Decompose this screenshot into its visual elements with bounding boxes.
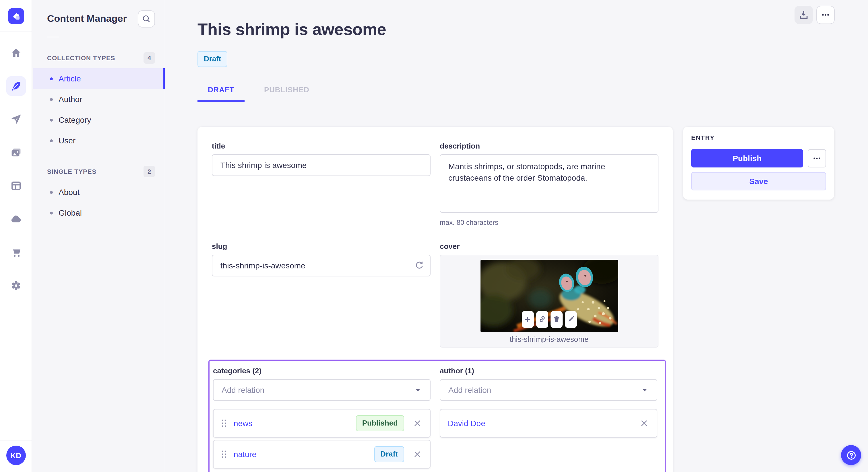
content-manager-icon[interactable] bbox=[6, 76, 26, 96]
sidebar-item-author[interactable]: Author bbox=[33, 89, 165, 109]
sidebar-item-label: Category bbox=[59, 115, 91, 125]
sidebar-item-article[interactable]: Article bbox=[33, 68, 165, 89]
relation-item-news: news Published bbox=[213, 409, 431, 438]
author-placeholder: Add relation bbox=[448, 385, 491, 395]
description-input[interactable]: Mantis shrimps, or stomatopods, are mari… bbox=[440, 154, 658, 213]
chevron-down-icon bbox=[641, 386, 649, 394]
field-description: description Mantis shrimps, or stomatopo… bbox=[440, 142, 658, 227]
cover-filename: this-shrimp-is-awesome bbox=[510, 335, 589, 343]
field-title: title bbox=[212, 142, 431, 227]
description-hint: max. 80 characters bbox=[440, 218, 658, 227]
field-slug: slug bbox=[212, 242, 431, 347]
close-icon bbox=[413, 419, 422, 427]
pencil-icon bbox=[567, 316, 575, 323]
strapi-logo[interactable] bbox=[8, 8, 24, 24]
categories-label: categories (2) bbox=[213, 367, 431, 375]
plus-icon bbox=[524, 316, 531, 323]
strapi-logo-icon bbox=[8, 9, 23, 24]
bullet-dot bbox=[50, 139, 53, 142]
categories-placeholder: Add relation bbox=[222, 385, 265, 395]
bullet-dot bbox=[50, 211, 53, 214]
edit-form-panel: title description Mantis shrimps, or sto… bbox=[197, 127, 673, 472]
help-button[interactable] bbox=[841, 445, 861, 465]
bullet-dot bbox=[50, 77, 53, 80]
remove-relation-button[interactable] bbox=[639, 418, 649, 429]
copy-link-button[interactable] bbox=[536, 311, 548, 328]
edit-asset-button[interactable] bbox=[565, 311, 577, 328]
entry-panel-title: ENTRY bbox=[691, 134, 826, 141]
relation-link-nature[interactable]: nature bbox=[234, 450, 256, 459]
version-tabs: DRAFT PUBLISHED bbox=[197, 82, 835, 102]
link-icon bbox=[538, 316, 546, 323]
publish-button[interactable]: Publish bbox=[691, 149, 803, 167]
more-options-button[interactable] bbox=[816, 6, 835, 24]
rail-divider bbox=[0, 32, 32, 32]
page-title: This shrimp is awesome bbox=[197, 19, 835, 40]
description-label: description bbox=[440, 142, 658, 150]
drag-handle-icon[interactable] bbox=[221, 450, 227, 459]
home-icon[interactable] bbox=[6, 43, 26, 63]
title-input[interactable] bbox=[212, 154, 431, 176]
more-horizontal-icon bbox=[812, 154, 822, 163]
bullet-dot bbox=[50, 119, 53, 121]
cloud-icon[interactable] bbox=[6, 209, 26, 229]
entry-status-badge: Draft bbox=[197, 51, 228, 67]
single-types-count-badge: 2 bbox=[144, 166, 155, 177]
content-type-builder-icon[interactable] bbox=[6, 176, 26, 196]
user-avatar[interactable]: KD bbox=[6, 446, 26, 465]
sidebar-item-global[interactable]: Global bbox=[33, 202, 165, 223]
add-asset-button[interactable] bbox=[522, 311, 534, 328]
app: KD Content Manager COLLECTION TYPES 4 Ar… bbox=[0, 0, 868, 472]
marketplace-cart-icon[interactable] bbox=[6, 243, 26, 262]
delete-asset-button[interactable] bbox=[550, 311, 562, 328]
chevron-down-icon bbox=[414, 386, 422, 394]
single-types-heading: SINGLE TYPES bbox=[47, 168, 96, 175]
remove-relation-button[interactable] bbox=[412, 449, 423, 460]
entry-more-button[interactable] bbox=[808, 149, 826, 167]
relation-item-david-doe: David Doe bbox=[440, 409, 657, 438]
slug-label: slug bbox=[212, 242, 431, 250]
slug-input[interactable] bbox=[212, 255, 431, 276]
main-content: This shrimp is awesome Draft DRAFT PUBLI… bbox=[165, 0, 868, 472]
nav-rail: KD bbox=[0, 0, 32, 472]
search-icon bbox=[142, 14, 151, 24]
collection-types-heading: COLLECTION TYPES bbox=[47, 55, 115, 61]
categories-add-relation-combobox[interactable]: Add relation bbox=[213, 379, 431, 401]
content-manager-sidebar: Content Manager COLLECTION TYPES 4 Artic… bbox=[33, 0, 165, 472]
remove-relation-button[interactable] bbox=[412, 418, 423, 429]
more-horizontal-icon bbox=[820, 10, 831, 20]
relation-status-badge: Draft bbox=[374, 446, 404, 462]
sidebar-item-label: User bbox=[59, 136, 75, 145]
sidebar-item-label: Article bbox=[59, 74, 81, 83]
help-question-icon bbox=[846, 450, 856, 460]
relation-link-david-doe[interactable]: David Doe bbox=[448, 419, 485, 428]
relation-status-badge: Published bbox=[356, 415, 404, 431]
sidebar-item-label: Global bbox=[59, 208, 82, 217]
relations-highlight-group: categories (2) Add relation bbox=[208, 360, 666, 472]
relation-item-nature: nature Draft bbox=[213, 440, 431, 469]
download-icon bbox=[799, 10, 809, 20]
download-button[interactable] bbox=[795, 6, 813, 24]
author-add-relation-combobox[interactable]: Add relation bbox=[440, 379, 657, 401]
sidebar-item-about[interactable]: About bbox=[33, 182, 165, 202]
search-button[interactable] bbox=[138, 10, 155, 28]
field-cover: cover bbox=[440, 242, 658, 347]
field-author: author (1) Add relation David Doe bbox=[440, 367, 657, 438]
regenerate-slug-button[interactable] bbox=[414, 261, 424, 270]
title-label: title bbox=[212, 142, 431, 150]
sidebar-item-user[interactable]: User bbox=[33, 130, 165, 151]
sidebar-item-label: About bbox=[59, 188, 80, 197]
author-label: author (1) bbox=[440, 367, 657, 375]
sidebar-item-category[interactable]: Category bbox=[33, 109, 165, 130]
relation-link-news[interactable]: news bbox=[234, 419, 252, 428]
close-icon bbox=[413, 450, 422, 458]
media-library-icon[interactable] bbox=[6, 143, 26, 162]
collection-types-count-badge: 4 bbox=[144, 52, 155, 64]
cover-field-box: this-shrimp-is-awesome bbox=[440, 255, 658, 347]
paper-plane-icon[interactable] bbox=[6, 109, 26, 129]
settings-gear-icon[interactable] bbox=[6, 276, 26, 295]
tab-published[interactable]: PUBLISHED bbox=[254, 82, 319, 102]
save-button[interactable]: Save bbox=[691, 172, 826, 191]
drag-handle-icon[interactable] bbox=[221, 419, 227, 428]
tab-draft[interactable]: DRAFT bbox=[197, 82, 245, 102]
